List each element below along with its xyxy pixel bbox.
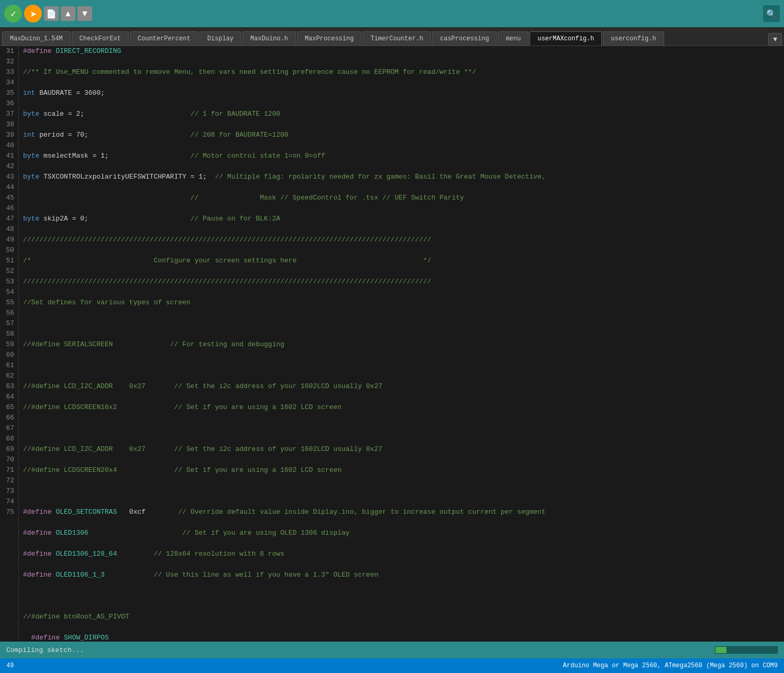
toolbar: ✓ ➤ 📄 ▲ ▼ 🔍: [0, 0, 784, 27]
tab-userconfig[interactable]: userconfig.h: [603, 31, 664, 46]
tabs-dropdown[interactable]: ▼: [768, 33, 782, 46]
progress-bar: [715, 646, 778, 654]
save-button[interactable]: ▼: [77, 6, 92, 21]
compile-message: Compiling sketch...: [6, 646, 84, 654]
progress-fill: [715, 647, 726, 653]
tab-maxduinoh[interactable]: MaxDuino.h: [242, 31, 296, 46]
code-editor[interactable]: 3132333435363738394041424344454647484950…: [0, 46, 784, 642]
new-button[interactable]: 📄: [44, 6, 59, 21]
compile-status-bar: Compiling sketch...: [0, 642, 784, 658]
tab-menu[interactable]: menu: [498, 31, 529, 46]
tabs-bar: MaxDuino_1.54M CheckForExt CounterPercen…: [0, 27, 784, 46]
line-col-indicator: 49: [6, 662, 14, 669]
status-bar: 49 Arduino Mega or Mega 2560, ATmega2560…: [0, 658, 784, 673]
verify-button[interactable]: ✓: [4, 5, 22, 23]
open-button[interactable]: ▲: [61, 6, 75, 21]
board-info: Arduino Mega or Mega 2560, ATmega2560 (M…: [563, 662, 778, 669]
tab-casprocessing[interactable]: casProcessing: [432, 31, 497, 46]
tab-maxduino[interactable]: MaxDuino_1.54M: [2, 31, 71, 46]
tab-usermaxconfig[interactable]: userMAXconfig.h: [530, 31, 602, 46]
tab-checkforext[interactable]: CheckForExt: [72, 31, 129, 46]
tab-counterpercent[interactable]: CounterPercent: [130, 31, 198, 46]
code-text[interactable]: #define DIRECT_RECORDING //** If Use_MEN…: [19, 46, 784, 642]
upload-button[interactable]: ➤: [24, 5, 42, 23]
serial-monitor-button[interactable]: 🔍: [763, 5, 780, 22]
tab-timercounter[interactable]: TimerCounter.h: [363, 31, 431, 46]
tab-display[interactable]: Display: [199, 31, 241, 46]
line-numbers: 3132333435363738394041424344454647484950…: [0, 46, 19, 642]
tab-maxprocessing[interactable]: MaxProcessing: [297, 31, 362, 46]
